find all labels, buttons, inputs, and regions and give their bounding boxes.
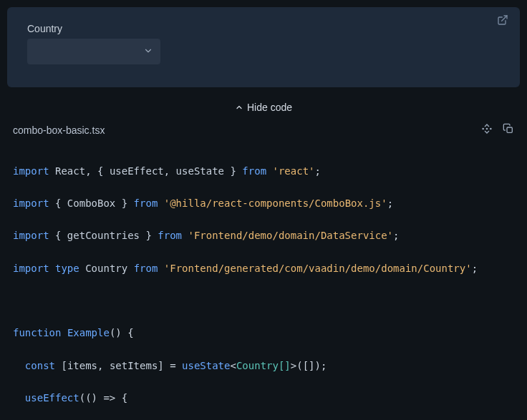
- hide-code-label: Hide code: [247, 102, 292, 113]
- chevron-down-icon: [143, 46, 153, 58]
- code-line: import { getCountries } from 'Frontend/d…: [13, 228, 514, 244]
- filename: combo-box-basic.tsx: [13, 124, 105, 136]
- svg-point-3: [490, 128, 491, 129]
- code-line: import type Country from 'Frontend/gener…: [13, 260, 514, 277]
- code-line: [13, 293, 514, 309]
- external-link-icon[interactable]: [497, 14, 511, 29]
- expand-icon[interactable]: [481, 123, 493, 137]
- code-line: import React, { useEffect, useState } fr…: [13, 163, 514, 180]
- svg-rect-4: [507, 127, 512, 132]
- code-line: import { ComboBox } from '@hilla/react-c…: [13, 195, 514, 212]
- file-header: combo-box-basic.tsx: [0, 120, 527, 142]
- hide-code-toggle[interactable]: Hide code: [0, 94, 527, 120]
- code-line: useEffect(() => {: [13, 390, 514, 406]
- file-actions: [481, 123, 514, 137]
- code-block: import React, { useEffect, useState } fr…: [0, 142, 527, 420]
- copy-icon[interactable]: [503, 123, 514, 137]
- svg-line-0: [502, 16, 507, 21]
- combobox-label: Country: [27, 23, 500, 34]
- code-line: const [items, setItems] = useState<Count…: [13, 358, 514, 374]
- demo-preview-panel: Country: [7, 7, 520, 87]
- svg-point-1: [483, 128, 483, 129]
- chevron-up-icon: [235, 103, 243, 112]
- code-line: function Example() {: [13, 325, 514, 341]
- svg-point-2: [486, 128, 487, 129]
- country-combobox[interactable]: [27, 39, 160, 64]
